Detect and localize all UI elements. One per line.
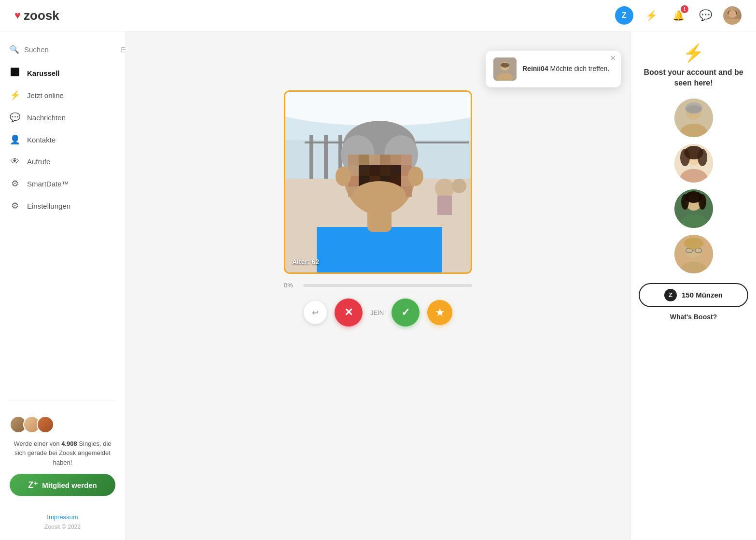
svg-rect-24 (348, 155, 359, 165)
svg-rect-3 (723, 19, 742, 25)
svg-point-2 (728, 10, 736, 18)
whats-boost-link[interactable]: What's Boost? (670, 313, 717, 321)
notif-avatar (493, 57, 517, 81)
sidebar-item-einstellungen[interactable]: ⚙ Einstellungen (0, 195, 125, 217)
svg-point-16 (285, 92, 472, 126)
sidebar-item-smartdate[interactable]: ⚙ SmartDate™ (0, 172, 125, 195)
profile-age: Alter: 62 (292, 258, 319, 266)
sidebar-mini-avatars (10, 416, 115, 433)
jein-label: JEIN (370, 309, 384, 316)
svg-rect-31 (359, 165, 369, 176)
messages-icon[interactable]: 💬 (696, 6, 714, 25)
sidebar-item-karussell[interactable]: Karussell (0, 62, 125, 84)
profile-image (285, 92, 471, 272)
sidebar-bottom: Werde einer von 4.908 Singles, die sich … (0, 406, 125, 506)
coins-label: 150 Münzen (682, 291, 723, 299)
search-icon: 🔍 (10, 45, 19, 54)
svg-point-48 (336, 167, 351, 186)
logo-heart-icon: ♥ (14, 9, 21, 22)
sidebar-item-nachrichten[interactable]: 💬 Nachrichten (0, 106, 125, 128)
user-avatar[interactable] (723, 6, 742, 25)
search-area: 🔍 ⊟ (0, 41, 125, 58)
notif-close-button[interactable]: ✕ (610, 55, 616, 62)
avatar-placeholder (723, 6, 742, 25)
svg-rect-27 (380, 155, 391, 165)
star-icon: ★ (435, 307, 444, 318)
boost-avatar-2 (674, 144, 713, 183)
search-input[interactable] (24, 45, 116, 54)
svg-point-50 (353, 181, 406, 210)
boost-avatar-4 (674, 235, 713, 273)
action-buttons: ↩ ✕ JEIN ✓ ★ (304, 298, 452, 327)
progress-section: 0% (284, 282, 472, 289)
impressum-link[interactable]: Impressum (10, 513, 115, 521)
member-button[interactable]: Z⁺ Mitglied werden (10, 474, 115, 496)
smartdate-icon: ⚙ (10, 178, 20, 189)
profile-card[interactable]: Alter: 62 (284, 90, 472, 274)
nachrichten-icon: 💬 (10, 112, 20, 123)
kontakte-icon: 👤 (10, 134, 20, 145)
sidebar-label-nachrichten: Nachrichten (27, 114, 66, 122)
progress-label: 0% (284, 282, 298, 289)
notification-popup: Reinii04 Möchte dich treffen. ✕ (486, 51, 621, 87)
aufrufe-icon: 👁 (10, 156, 20, 167)
sidebar-label-einstellungen: Einstellungen (27, 202, 70, 210)
sidebar: 🔍 ⊟ Karussell ⚡ Jetzt online 💬 Nachricht… (0, 31, 126, 540)
back-button[interactable]: ↩ (304, 301, 327, 324)
notif-text: Reinii04 Möchte dich treffen. (522, 64, 609, 74)
svg-point-70 (699, 194, 706, 210)
svg-rect-18 (317, 227, 442, 274)
svg-point-7 (501, 63, 509, 68)
sidebar-item-jetzt-online[interactable]: ⚡ Jetzt online (0, 84, 125, 106)
svg-point-53 (452, 179, 466, 193)
sidebar-label-smartdate: SmartDate™ (27, 180, 69, 188)
sidebar-label-karussell: Karussell (27, 69, 60, 77)
z-plus-icon: Z⁺ (28, 480, 38, 490)
svg-rect-34 (391, 165, 401, 176)
header-icons: Z ⚡ 🔔 1 💬 (615, 6, 742, 25)
sidebar-item-kontakte[interactable]: 👤 Kontakte (0, 128, 125, 151)
notification-badge: 1 (681, 5, 688, 13)
no-icon: ✕ (344, 306, 353, 319)
svg-rect-52 (437, 196, 452, 215)
main-layout: 🔍 ⊟ Karussell ⚡ Jetzt online 💬 Nachricht… (0, 31, 756, 540)
svg-point-77 (684, 238, 703, 249)
svg-rect-29 (401, 155, 412, 165)
svg-rect-28 (391, 155, 401, 165)
z-coins-icon[interactable]: Z (615, 6, 633, 25)
header: ♥ zoosk Z ⚡ 🔔 1 💬 (0, 0, 756, 31)
jetzt-online-icon: ⚡ (10, 90, 20, 100)
mini-avatar-3 (37, 416, 54, 433)
svg-point-49 (408, 167, 423, 186)
boost-avatar-1 (674, 99, 713, 137)
sidebar-label-jetzt-online: Jetzt online (27, 91, 64, 99)
main-content: Reinii04 Möchte dich treffen. ✕ (126, 31, 630, 540)
sidebar-label-kontakte: Kontakte (27, 136, 56, 144)
sidebar-label-aufrufe: Aufrufe (27, 157, 50, 166)
sidebar-nav: Karussell ⚡ Jetzt online 💬 Nachrichten 👤… (0, 62, 125, 394)
back-icon: ↩ (312, 308, 318, 317)
einstellungen-icon: ⚙ (10, 200, 20, 211)
boost-avatars (639, 99, 748, 273)
boost-coins-button[interactable]: Z 150 Münzen (639, 283, 748, 307)
sidebar-item-aufrufe[interactable]: 👁 Aufrufe (0, 151, 125, 172)
svg-rect-33 (380, 165, 391, 176)
sidebar-divider (10, 400, 115, 400)
super-like-button[interactable]: ★ (427, 300, 452, 325)
progress-bar (303, 284, 472, 287)
boost-title: Boost your account and be seen here! (639, 67, 748, 89)
svg-rect-25 (359, 155, 369, 165)
right-panel: ⚡ Boost your account and be seen here! (630, 31, 756, 540)
karussell-icon (10, 68, 20, 78)
filter-icon[interactable]: ⊟ (121, 45, 126, 54)
sidebar-cta-text: Werde einer von 4.908 Singles, die sich … (10, 439, 115, 468)
svg-point-63 (680, 149, 690, 166)
logo[interactable]: ♥ zoosk (14, 8, 59, 23)
svg-point-69 (681, 194, 689, 210)
yes-button[interactable]: ✓ (392, 298, 420, 327)
svg-point-58 (685, 102, 702, 114)
boost-icon-header[interactable]: ⚡ (642, 6, 660, 25)
no-button[interactable]: ✕ (335, 298, 363, 327)
notifications-icon[interactable]: 🔔 1 (669, 6, 687, 25)
logo-text: zoosk (24, 8, 59, 23)
